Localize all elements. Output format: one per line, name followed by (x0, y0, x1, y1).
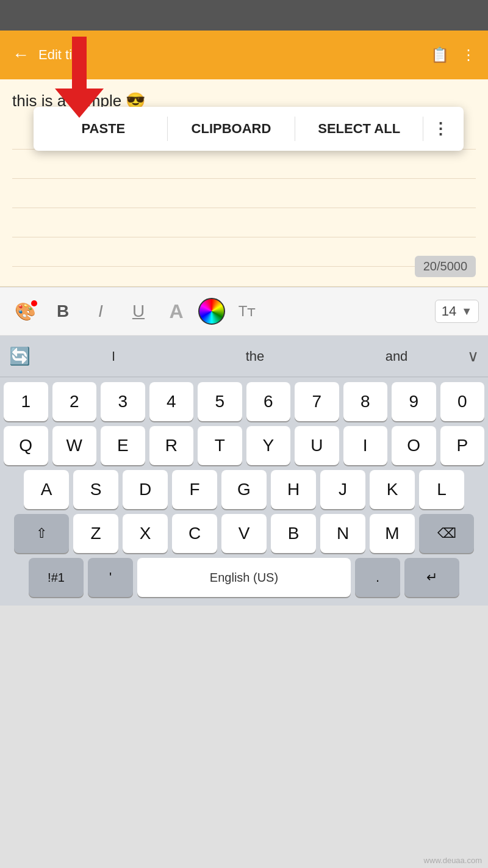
key-n[interactable]: N (320, 514, 365, 553)
key-1[interactable]: 1 (4, 382, 48, 421)
more-options-button[interactable]: ⋮ (423, 114, 458, 145)
format-toolbar: 🎨 B I U A Tᴛ 14 ▼ (0, 287, 488, 336)
keyboard-row-4: ⇧ Z X C V B N M ⌫ (4, 514, 484, 553)
suggestion-word-1[interactable]: I (43, 349, 184, 364)
keyboard: 1 2 3 4 5 6 7 8 9 0 Q W E R T Y U I O P … (0, 377, 488, 606)
paper-line (12, 179, 476, 208)
bold-button[interactable]: B (47, 295, 79, 327)
keyboard-row-5: !#1 ' English (US) . ↵ (4, 558, 484, 597)
svg-rect-0 (72, 37, 87, 89)
key-5[interactable]: 5 (198, 382, 242, 421)
svg-marker-1 (55, 89, 104, 118)
key-w[interactable]: W (52, 426, 97, 465)
key-h[interactable]: H (271, 470, 316, 509)
suggestion-word-3[interactable]: and (326, 349, 467, 364)
palette-dot (31, 300, 37, 306)
keyboard-row-2: Q W E R T Y U I O P (4, 426, 484, 465)
watermark: www.deuaa.com (424, 856, 482, 865)
key-9[interactable]: 9 (392, 382, 436, 421)
keyboard-row-3: A S D F G H J K L (4, 470, 484, 509)
key-a[interactable]: A (24, 470, 69, 509)
key-6[interactable]: 6 (246, 382, 291, 421)
key-u[interactable]: U (295, 426, 339, 465)
suggestion-word-2[interactable]: the (184, 349, 326, 364)
key-s[interactable]: S (73, 470, 118, 509)
shift-key[interactable]: ⇧ (14, 514, 69, 553)
key-q[interactable]: Q (4, 426, 48, 465)
camera-icon[interactable]: 📋 (431, 46, 449, 63)
font-size-selector[interactable]: 14 ▼ (435, 300, 479, 323)
color-picker-button[interactable] (198, 298, 225, 325)
font-size-value: 14 (442, 303, 456, 319)
italic-button[interactable]: I (85, 295, 117, 327)
key-j[interactable]: J (320, 470, 365, 509)
key-r[interactable]: R (149, 426, 194, 465)
key-4[interactable]: 4 (149, 382, 194, 421)
key-7[interactable]: 7 (295, 382, 339, 421)
text-color-button[interactable]: A (160, 295, 192, 327)
key-0[interactable]: 0 (440, 382, 485, 421)
key-z[interactable]: Z (73, 514, 118, 553)
key-d[interactable]: D (123, 470, 168, 509)
text-size-icon: Tᴛ (231, 295, 263, 327)
space-key[interactable]: English (US) (137, 558, 351, 597)
key-p[interactable]: P (440, 426, 485, 465)
enter-key[interactable]: ↵ (404, 558, 459, 597)
paper-line (12, 208, 476, 237)
keyboard-row-1: 1 2 3 4 5 6 7 8 9 0 (4, 382, 484, 421)
font-size-arrow-icon: ▼ (461, 305, 472, 318)
palette-icon: 🎨 (15, 302, 36, 322)
key-v[interactable]: V (221, 514, 267, 553)
suggestion-chevron[interactable]: ∨ (467, 347, 479, 366)
numbers-key[interactable]: !#1 (29, 558, 84, 597)
key-o[interactable]: O (392, 426, 436, 465)
key-y[interactable]: Y (246, 426, 291, 465)
key-g[interactable]: G (221, 470, 267, 509)
paper-line (12, 150, 476, 179)
select-all-button[interactable]: SELECT ALL (295, 115, 423, 143)
back-button[interactable]: ← (12, 45, 29, 65)
emoji-button[interactable]: 🔄 (9, 346, 30, 366)
backspace-key[interactable]: ⌫ (419, 514, 474, 553)
period-key[interactable]: . (355, 558, 400, 597)
key-x[interactable]: X (123, 514, 168, 553)
key-e[interactable]: E (101, 426, 145, 465)
status-bar (0, 0, 488, 31)
char-count: 20/5000 (415, 256, 476, 277)
apostrophe-key[interactable]: ' (88, 558, 133, 597)
key-m[interactable]: M (370, 514, 415, 553)
palette-button[interactable]: 🎨 (9, 295, 41, 327)
key-k[interactable]: K (370, 470, 415, 509)
key-l[interactable]: L (419, 470, 464, 509)
tt-icon: Tᴛ (239, 303, 256, 320)
key-i[interactable]: I (343, 426, 388, 465)
more-icon[interactable]: ⋮ (461, 46, 476, 63)
clipboard-button[interactable]: CLIPBOARD (168, 115, 295, 143)
suggestion-bar: 🔄 I the and ∨ (0, 336, 488, 377)
key-2[interactable]: 2 (52, 382, 97, 421)
key-c[interactable]: C (172, 514, 217, 553)
key-t[interactable]: T (198, 426, 242, 465)
key-3[interactable]: 3 (101, 382, 145, 421)
key-b[interactable]: B (271, 514, 316, 553)
key-8[interactable]: 8 (343, 382, 388, 421)
underline-button[interactable]: U (123, 295, 154, 327)
red-arrow-annotation (55, 34, 104, 121)
paper-line (12, 237, 476, 267)
key-f[interactable]: F (172, 470, 217, 509)
